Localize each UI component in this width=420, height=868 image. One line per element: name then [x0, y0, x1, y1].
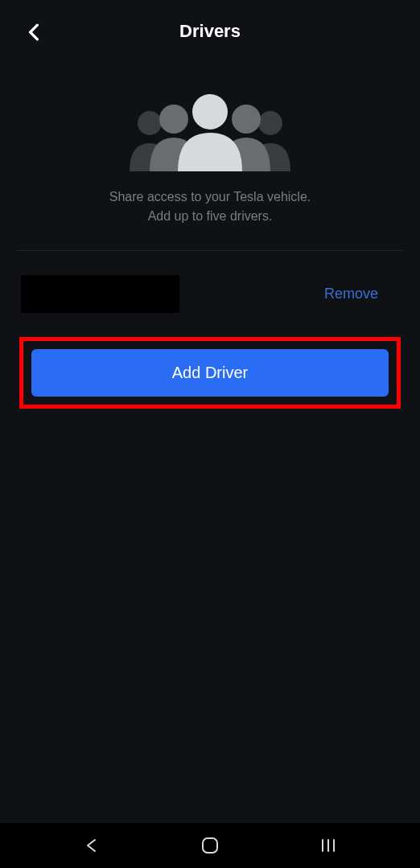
nav-back-button[interactable]: [68, 837, 116, 854]
svg-point-2: [159, 105, 188, 134]
chevron-left-icon: [28, 23, 39, 41]
highlight-annotation: Add Driver: [19, 337, 401, 409]
people-group-icon: [126, 91, 294, 171]
description-line-1: Share access to your Tesla vehicle.: [32, 187, 388, 207]
nav-back-icon: [84, 837, 100, 854]
svg-rect-5: [203, 838, 217, 853]
driver-name-redacted: [21, 275, 179, 313]
svg-point-4: [192, 94, 228, 130]
nav-recents-icon: [320, 838, 336, 853]
page-title: Drivers: [179, 21, 241, 42]
svg-point-0: [138, 111, 162, 135]
svg-point-3: [232, 105, 261, 134]
driver-row: Remove: [0, 251, 420, 337]
app-header: Drivers: [0, 0, 420, 63]
nav-home-icon: [201, 837, 219, 854]
description-line-2: Add up to five drivers.: [32, 207, 388, 226]
add-driver-button[interactable]: Add Driver: [31, 349, 389, 397]
back-button[interactable]: [24, 23, 43, 42]
remove-driver-link[interactable]: Remove: [324, 286, 378, 302]
svg-point-1: [258, 111, 282, 135]
nav-home-button[interactable]: [186, 837, 234, 854]
system-nav-bar: [0, 823, 420, 868]
description-text: Share access to your Tesla vehicle. Add …: [0, 187, 420, 226]
nav-recents-button[interactable]: [304, 838, 352, 853]
drivers-illustration: [0, 91, 420, 171]
